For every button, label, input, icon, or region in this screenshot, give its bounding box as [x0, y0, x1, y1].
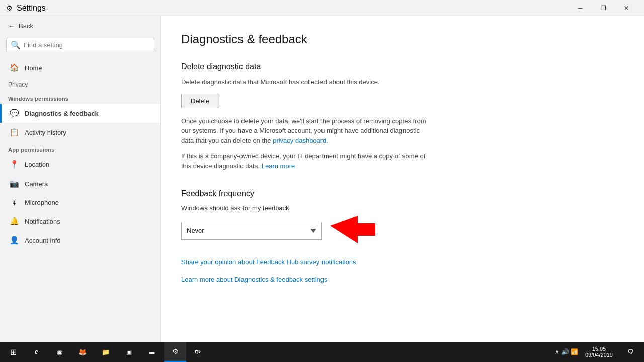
feedback-section-title: Feedback frequency [181, 189, 624, 198]
app-body: ← Back 🔍 🏠 Home Privacy Windows permissi… [0, 16, 644, 342]
windows-permissions-label: Windows permissions [0, 90, 160, 104]
minimize-button[interactable]: ─ [569, 0, 592, 16]
learn-more-feedback-link[interactable]: Learn more about Diagnostics & feedback … [181, 276, 328, 283]
section-divider-2 [181, 245, 624, 257]
back-icon: ← [8, 22, 15, 30]
close-button[interactable]: ✕ [615, 0, 638, 16]
title-bar: ⚙ Settings ─ ❐ ✕ [0, 0, 644, 16]
activity-history-icon: 📋 [10, 128, 19, 137]
arrow-annotation [330, 216, 375, 245]
sidebar-item-home-label: Home [25, 64, 42, 72]
location-icon: 📍 [10, 160, 19, 169]
taskbar-time: 15:05 [585, 346, 613, 352]
sidebar-item-activity-history-label: Activity history [25, 129, 66, 136]
notifications-icon: 🔔 [10, 217, 19, 226]
learn-more-link[interactable]: Learn more [262, 162, 295, 170]
privacy-dashboard-link[interactable]: privacy dashboard. [273, 137, 328, 144]
microphone-icon: 🎙 [10, 198, 19, 207]
cmd-button[interactable]: ▬ [141, 342, 163, 362]
search-box[interactable]: 🔍 [6, 38, 154, 52]
delete-button[interactable]: Delete [181, 94, 219, 108]
taskview-button[interactable]: ▣ [118, 342, 140, 362]
search-input[interactable] [24, 41, 150, 49]
taskbar-right: ∧ 🔊 📶 15:05 09/04/2019 🗨 [555, 342, 642, 362]
sidebar-item-notifications-label: Notifications [25, 218, 60, 225]
app-permissions-label: App permissions [0, 142, 160, 155]
sidebar-item-home[interactable]: 🏠 Home [0, 58, 160, 77]
title-bar-left: ⚙ Settings [6, 4, 46, 13]
sidebar-item-account-info-label: Account info [25, 237, 61, 244]
privacy-label: Privacy [0, 77, 160, 90]
sidebar-item-diagnostics[interactable]: 💬 Diagnostics & feedback [0, 104, 160, 123]
company-device-text-content: If this is a company-owned device, your … [181, 152, 425, 170]
sidebar: ← Back 🔍 🏠 Home Privacy Windows permissi… [0, 16, 161, 342]
firefox-button[interactable]: 🦊 [71, 342, 94, 362]
chrome-button[interactable]: ◉ [48, 342, 70, 362]
main-content: Diagnostics & feedback Delete diagnostic… [161, 16, 644, 342]
title-bar-title: Settings [17, 4, 46, 13]
sidebar-item-camera[interactable]: 📷 Camera [0, 174, 160, 193]
back-button[interactable]: ← Back [0, 16, 160, 36]
company-device-text: If this is a company-owned device, your … [181, 151, 433, 171]
svg-marker-0 [330, 216, 375, 243]
red-arrow-icon [330, 216, 375, 243]
back-label: Back [19, 22, 33, 30]
dropdown-wrapper: Never Always Once a day Once a week [181, 216, 624, 245]
taskbar-date: 09/04/2019 [585, 352, 613, 358]
settings-icon: ⚙ [6, 4, 13, 12]
restore-button[interactable]: ❐ [592, 0, 615, 16]
sidebar-item-microphone[interactable]: 🎙 Microphone [0, 193, 160, 212]
sidebar-item-location-label: Location [25, 161, 49, 168]
system-tray: ∧ 🔊 📶 [555, 348, 578, 355]
camera-icon: 📷 [10, 179, 19, 188]
delete-after-text: Once you choose to delete your data, we'… [181, 116, 433, 146]
edge-button[interactable]: e [25, 342, 47, 362]
delete-section-title: Delete diagnostic data [181, 62, 624, 71]
feedback-frequency-dropdown[interactable]: Never Always Once a day Once a week [181, 222, 322, 240]
store-button[interactable]: 🛍 [187, 342, 209, 362]
delete-description: Delete diagnostic data that Microsoft ha… [181, 77, 433, 87]
account-info-icon: 👤 [10, 236, 19, 245]
taskbar: ⊞ e ◉ 🦊 📁 ▣ ▬ ⚙ 🛍 ∧ 🔊 📶 15:05 09/04/2019… [0, 342, 644, 362]
sidebar-item-activity-history[interactable]: 📋 Activity history [0, 123, 160, 142]
sidebar-item-notifications[interactable]: 🔔 Notifications [0, 212, 160, 231]
explorer-button[interactable]: 📁 [95, 342, 117, 362]
title-bar-controls: ─ ❐ ✕ [569, 0, 638, 16]
spacer [181, 266, 624, 275]
sidebar-item-camera-label: Camera [25, 180, 48, 188]
share-opinion-link[interactable]: Share your opinion about Feedback Hub su… [181, 258, 356, 266]
feedback-dropdown-label: Windows should ask for my feedback [181, 204, 624, 212]
sidebar-item-account-info[interactable]: 👤 Account info [0, 231, 160, 250]
sidebar-item-microphone-label: Microphone [25, 199, 59, 206]
home-icon: 🏠 [10, 63, 19, 72]
search-icon: 🔍 [11, 40, 21, 50]
start-button[interactable]: ⊞ [2, 342, 24, 362]
section-divider-1 [181, 177, 624, 189]
sidebar-item-location[interactable]: 📍 Location [0, 155, 160, 174]
taskbar-left: ⊞ e ◉ 🦊 📁 ▣ ▬ ⚙ 🛍 [2, 342, 209, 362]
diagnostics-icon: 💬 [10, 109, 19, 118]
sidebar-item-diagnostics-label: Diagnostics & feedback [25, 110, 99, 117]
notification-button[interactable]: 🗨 [620, 342, 642, 362]
taskbar-clock: 15:05 09/04/2019 [581, 346, 617, 358]
page-title: Diagnostics & feedback [181, 32, 624, 46]
settings-taskbar-button[interactable]: ⚙ [164, 342, 186, 362]
